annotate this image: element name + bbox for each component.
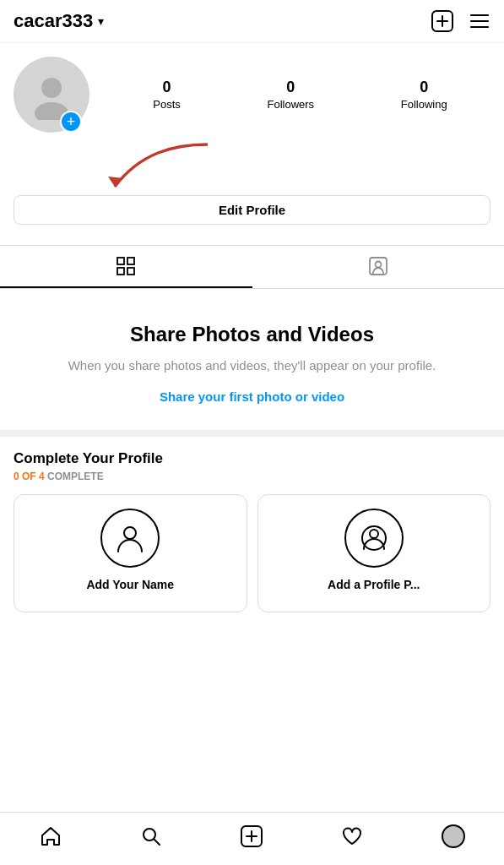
followers-count: 0 [286,79,295,96]
stat-posts: 0 Posts [153,79,181,111]
username: cacar333 [14,10,93,32]
nav-search-button[interactable] [133,822,169,851]
home-icon [40,825,62,847]
nav-profile-avatar [442,824,465,848]
add-name-icon [100,509,160,568]
menu-button[interactable] [469,10,490,32]
hamburger-icon [469,10,490,32]
add-photo-button[interactable]: + [60,111,82,133]
annotation-arrow-icon [98,136,233,195]
svg-rect-13 [370,258,387,275]
add-post-icon [431,10,453,32]
header-actions [431,10,490,32]
svg-point-14 [375,262,381,268]
share-first-photo-link[interactable]: Share your first photo or video [160,389,344,404]
tab-tagged[interactable] [252,246,505,288]
profile-photo-icon [357,521,391,555]
progress-count: 0 OF 4 [14,471,45,482]
svg-marker-8 [108,177,123,187]
add-post-button[interactable] [431,10,453,32]
tagged-icon [368,256,388,276]
edit-profile-button[interactable]: Edit Profile [14,195,490,225]
svg-rect-10 [127,258,134,264]
heart-icon [341,825,363,847]
add-name-label: Add Your Name [86,578,174,591]
svg-rect-9 [117,258,124,264]
nav-heart-button[interactable] [334,822,370,851]
svg-point-6 [41,78,62,98]
person-icon [113,521,147,555]
username-area[interactable]: cacar333 ▾ [14,10,104,32]
avatar-wrapper: + [14,57,89,133]
nav-profile-button[interactable] [435,821,472,851]
chevron-down-icon: ▾ [98,14,104,28]
bottom-nav [0,812,504,865]
card-add-profile-photo[interactable]: Add a Profile P... [257,494,491,612]
tab-grid[interactable] [0,246,252,288]
svg-line-19 [154,840,160,846]
add-profile-photo-icon [344,509,404,568]
nav-add-button[interactable] [234,822,269,851]
following-count: 0 [420,79,428,96]
complete-profile-title: Complete Your Profile [14,450,490,467]
grid-icon [116,256,136,276]
profile-cards: Add Your Name Add a Profile P... [14,494,490,612]
search-icon [140,825,162,847]
followers-label: Followers [267,98,314,111]
add-profile-photo-label: Add a Profile P... [328,578,420,591]
following-label: Following [401,98,447,111]
svg-point-15 [124,527,136,539]
nav-home-button[interactable] [33,822,68,851]
share-section: Share Photos and Videos When you share p… [0,289,504,437]
posts-count: 0 [163,79,171,96]
stat-following[interactable]: 0 Following [401,79,447,111]
stat-followers[interactable]: 0 Followers [267,79,314,111]
add-icon [241,825,263,847]
card-add-name[interactable]: Add Your Name [14,494,247,612]
complete-progress: 0 OF 4 COMPLETE [14,471,490,482]
stats-row: 0 Posts 0 Followers 0 Following [110,79,490,111]
svg-rect-11 [117,268,124,275]
svg-point-17 [370,530,378,538]
profile-top-row: + 0 Posts 0 Followers 0 Following [14,57,490,133]
share-description: When you share photos and videos, they'l… [20,356,484,376]
progress-label: COMPLETE [47,471,104,482]
share-title: Share Photos and Videos [20,323,484,346]
complete-profile-section: Complete Your Profile 0 OF 4 COMPLETE Ad… [0,437,504,619]
arrow-annotation [14,144,490,195]
profile-tabs [0,245,504,289]
svg-rect-12 [127,268,134,275]
posts-label: Posts [153,98,181,111]
top-header: cacar333 ▾ [0,0,504,43]
profile-section: + 0 Posts 0 Followers 0 Following [0,43,504,245]
